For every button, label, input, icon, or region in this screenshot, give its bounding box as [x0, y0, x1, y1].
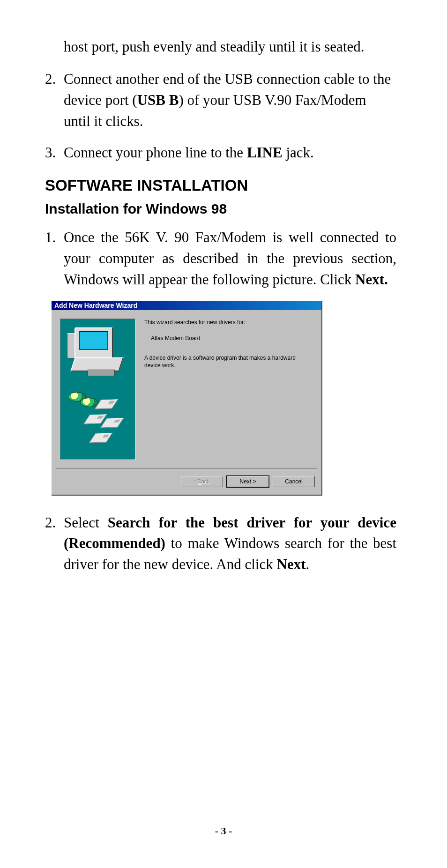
hardware-steps-list: 2. Connect another end of the USB connec… — [45, 69, 396, 163]
bold-text: Next. — [355, 271, 388, 288]
wizard-text-pane: This wizard searches for new drivers for… — [136, 319, 313, 460]
hardware-step-3: 3. Connect your phone line to the LINE j… — [45, 142, 396, 163]
list-number: 2. — [45, 512, 64, 576]
cancel-button[interactable]: Cancel — [273, 476, 315, 487]
list-body: Once the 56K V. 90 Fax/Modem is well con… — [64, 227, 396, 290]
continued-paragraph: host port, push evenly and steadily unti… — [64, 37, 396, 58]
list-number: 1. — [45, 227, 64, 290]
hardware-step-2: 2. Connect another end of the USB connec… — [45, 69, 396, 132]
dialog-title-bar: Add New Hardware Wizard — [52, 301, 321, 310]
text: . — [305, 556, 309, 572]
bold-text: LINE — [247, 144, 283, 161]
dialog-button-row: < Back Next > Cancel — [52, 470, 321, 495]
software-step-2: 2. Select Search for the best driver for… — [45, 512, 396, 576]
list-body: Connect another end of the USB connectio… — [64, 69, 396, 132]
page-number: - 3 - — [0, 825, 447, 837]
back-button-rest: ack — [201, 478, 210, 485]
list-number: 3. — [45, 142, 64, 163]
computer-monitor-icon — [74, 327, 113, 358]
wizard-illustration — [60, 319, 136, 460]
bold-text: Next — [277, 556, 306, 572]
software-steps-list: 1. Once the 56K V. 90 Fax/Modem is well … — [45, 227, 396, 290]
text: jack. — [283, 144, 314, 161]
software-steps-list-continued: 2. Select Search for the best driver for… — [45, 512, 396, 576]
subsection-heading: Installation for Windows 98 — [45, 201, 396, 217]
text: Connect your phone line to the — [64, 144, 247, 161]
floppy-disk-icon — [89, 433, 112, 443]
text: Select — [64, 514, 108, 531]
back-button-prefix: < — [194, 478, 197, 485]
list-number: 2. — [45, 69, 64, 132]
text: Once the 56K V. 90 Fax/Modem is well con… — [64, 229, 396, 288]
cd-tray-icon — [88, 370, 115, 376]
floppy-disk-icon — [100, 418, 124, 428]
section-heading: SOFTWARE INSTALLATION — [45, 177, 396, 194]
screen-icon — [89, 337, 98, 346]
cd-icon — [80, 398, 98, 407]
software-step-1: 1. Once the 56K V. 90 Fax/Modem is well … — [45, 227, 396, 290]
back-button[interactable]: < Back — [181, 476, 223, 487]
list-body: Connect your phone line to the LINE jack… — [64, 142, 396, 163]
back-button-accelerator: B — [197, 478, 201, 485]
bold-text: USB B — [137, 92, 179, 108]
add-new-hardware-wizard-dialog: Add New Hardware Wizard This wizard sear… — [52, 301, 322, 496]
wizard-device-name: Atlas Modem Board — [151, 334, 309, 342]
wizard-line-2: A device driver is a software program th… — [144, 354, 309, 369]
dialog-body: This wizard searches for new drivers for… — [52, 310, 321, 463]
next-button[interactable]: Next > — [227, 476, 269, 487]
floppy-disk-icon — [95, 399, 118, 409]
list-body: Select Search for the best driver for yo… — [64, 512, 396, 576]
wizard-line-1: This wizard searches for new drivers for… — [144, 319, 309, 326]
